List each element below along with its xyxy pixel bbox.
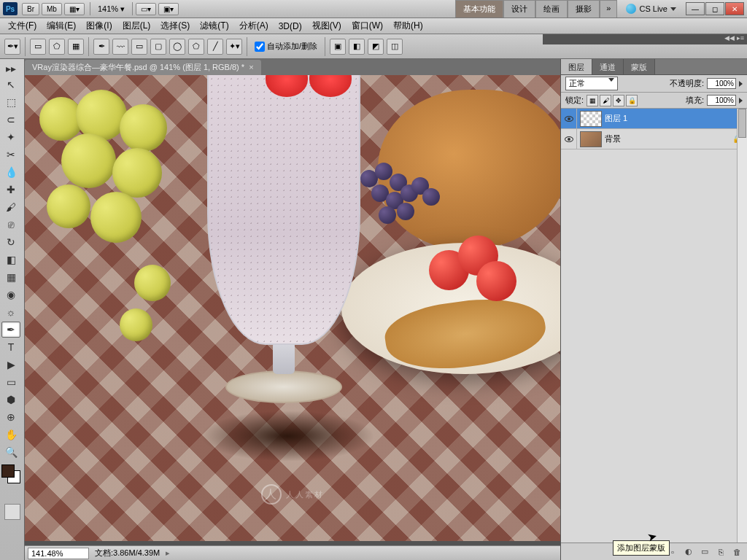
zoom-display[interactable]: 141% ▾	[93, 3, 129, 15]
blend-mode-select[interactable]: 正常	[565, 77, 618, 90]
lasso-tool[interactable]: ⊂	[1, 112, 20, 128]
layer-thumbnail[interactable]	[580, 131, 602, 147]
visibility-toggle[interactable]	[561, 129, 577, 149]
3d-tool[interactable]: ⬢	[1, 392, 20, 408]
visibility-toggle[interactable]	[561, 109, 577, 128]
lock-transparency[interactable]: ▦	[587, 95, 598, 106]
path-op-subtract[interactable]: ◧	[349, 39, 365, 55]
toolbox-collapse[interactable]: ▸▸	[1, 62, 20, 75]
menu-window[interactable]: 窗口(W)	[347, 18, 388, 34]
menu-edit[interactable]: 编辑(E)	[42, 18, 81, 34]
path-mode-path[interactable]: ⬠	[49, 39, 65, 55]
freeform-pen-icon[interactable]: 〰	[112, 39, 128, 55]
pen-tool-icon[interactable]: ✒	[93, 39, 109, 55]
workspace-tab-paint[interactable]: 绘画	[535, 0, 568, 18]
opacity-input[interactable]: 100%	[707, 78, 736, 89]
foreground-color[interactable]	[1, 464, 15, 478]
crop-tool[interactable]: ✂	[1, 147, 20, 163]
canvas[interactable]: 人 人人素材 141.48% 文档:3.86M/4.39M ▸	[25, 75, 560, 560]
panel-tab-masks[interactable]: 蒙版	[624, 59, 655, 74]
workspace-tab-essentials[interactable]: 基本功能	[455, 0, 503, 18]
path-op-combine[interactable]: ▣	[330, 39, 346, 55]
brush-tool[interactable]: 🖌	[1, 199, 20, 215]
new-group-button[interactable]: ▭	[697, 545, 712, 559]
shape-roundrect-icon[interactable]: ▢	[150, 39, 166, 55]
lock-position[interactable]: ✥	[613, 95, 624, 106]
menu-filter[interactable]: 滤镜(T)	[195, 18, 233, 34]
window-minimize[interactable]: —	[686, 2, 705, 15]
hand-tool[interactable]: ✋	[1, 427, 20, 443]
menu-layer[interactable]: 图层(L)	[117, 18, 156, 34]
menu-help[interactable]: 帮助(H)	[388, 18, 428, 34]
zoom-tool[interactable]: 🔍	[1, 444, 20, 460]
new-layer-button[interactable]: ⎘	[713, 545, 728, 559]
fill-slider-arrow[interactable]	[739, 98, 743, 104]
document-tab[interactable]: VRay渲染器综合—豪华午餐.psd @ 141% (图层 1, RGB/8) …	[25, 60, 261, 75]
scrollbar-thumb[interactable]	[738, 109, 746, 138]
pen-tool[interactable]: ✒	[1, 322, 20, 338]
quick-select-tool[interactable]: ✦	[1, 129, 20, 145]
menu-analysis[interactable]: 分析(A)	[234, 18, 274, 34]
minibridge-button[interactable]: Mb	[42, 3, 62, 15]
shape-ellipse-icon[interactable]: ◯	[169, 39, 185, 55]
gradient-tool[interactable]: ▦	[1, 269, 20, 285]
screen-mode-button[interactable]: ▣▾	[158, 3, 179, 15]
3d-camera-tool[interactable]: ⊕	[1, 409, 20, 425]
layer-name[interactable]: 图层 1	[605, 113, 627, 124]
shape-polygon-icon[interactable]: ⬠	[188, 39, 204, 55]
cslive-button[interactable]: CS Live	[622, 4, 681, 14]
auto-add-checkbox[interactable]	[255, 42, 265, 52]
stamp-tool[interactable]: ⎚	[1, 217, 20, 233]
color-swatches[interactable]	[1, 464, 23, 486]
menu-3d[interactable]: 3D(D)	[274, 19, 307, 34]
lock-pixels[interactable]: 🖌	[600, 95, 611, 106]
blur-tool[interactable]: ◉	[1, 287, 20, 303]
workspace-more[interactable]: »	[600, 0, 617, 18]
quick-mask-toggle[interactable]	[4, 504, 20, 520]
panel-tab-channels[interactable]: 通道	[592, 59, 624, 74]
history-brush-tool[interactable]: ↻	[1, 234, 20, 250]
close-icon[interactable]: ×	[249, 63, 253, 71]
auto-add-delete-check[interactable]: 自动添加/删除	[255, 41, 317, 52]
delete-layer-button[interactable]: 🗑	[729, 545, 744, 559]
fill-input[interactable]: 100%	[707, 95, 736, 106]
move-tool[interactable]: ↖	[1, 77, 20, 93]
path-mode-shape[interactable]: ▭	[30, 39, 46, 55]
dodge-tool[interactable]: ☼	[1, 304, 20, 320]
marquee-tool[interactable]: ⬚	[1, 94, 20, 110]
path-op-intersect[interactable]: ◩	[368, 39, 384, 55]
view-extras-button[interactable]: ▦▾	[64, 3, 85, 15]
menu-file[interactable]: 文件(F)	[3, 18, 42, 34]
eraser-tool[interactable]: ◧	[1, 252, 20, 268]
workspace-tab-design[interactable]: 设计	[503, 0, 535, 18]
window-close[interactable]: ✕	[725, 2, 744, 15]
panel-collapse-bar[interactable]: ◀◀ ▸≡	[543, 34, 747, 44]
bridge-button[interactable]: Br	[22, 3, 39, 15]
shape-rect-icon[interactable]: ▭	[131, 39, 147, 55]
arrange-button[interactable]: ▭▾	[136, 3, 156, 15]
path-mode-fill[interactable]: ▦	[68, 39, 84, 55]
type-tool[interactable]: T	[1, 339, 20, 355]
panel-tab-layers[interactable]: 图层	[561, 59, 592, 74]
eyedropper-tool[interactable]: 💧	[1, 164, 20, 180]
shape-custom-icon[interactable]: ✦▾	[226, 39, 242, 55]
shape-tool[interactable]: ▭	[1, 374, 20, 390]
window-maximize[interactable]: ◻	[705, 2, 724, 15]
scrollbar[interactable]	[737, 109, 747, 542]
layer-row[interactable]: 背景 🔒	[561, 129, 747, 149]
status-zoom[interactable]: 141.48%	[28, 548, 89, 559]
adjustment-layer-button[interactable]: ◐	[681, 545, 696, 559]
menu-select[interactable]: 选择(S)	[155, 18, 195, 34]
layer-thumbnail[interactable]	[580, 111, 602, 127]
lock-all[interactable]: 🔒	[626, 95, 638, 106]
healing-tool[interactable]: ✚	[1, 182, 20, 198]
path-op-exclude[interactable]: ◫	[387, 39, 403, 55]
layer-row[interactable]: 图层 1	[561, 109, 747, 129]
shape-line-icon[interactable]: ╱	[207, 39, 223, 55]
path-select-tool[interactable]: ▶	[1, 357, 20, 373]
tool-preset[interactable]: ✒▾	[4, 39, 20, 55]
opacity-slider-arrow[interactable]	[739, 81, 743, 87]
menu-image[interactable]: 图像(I)	[81, 18, 117, 34]
status-menu-arrow[interactable]: ▸	[166, 548, 170, 558]
workspace-tab-photo[interactable]: 摄影	[568, 0, 600, 18]
